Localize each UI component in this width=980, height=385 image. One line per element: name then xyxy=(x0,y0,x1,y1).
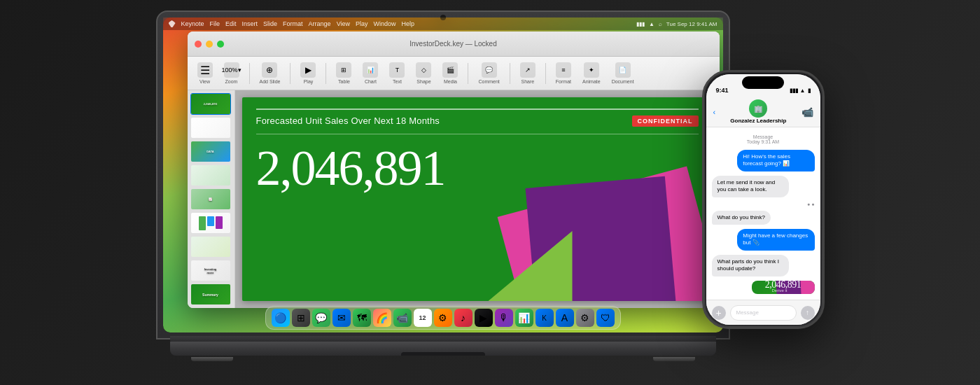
video-call-button[interactable]: 📹 xyxy=(802,106,813,118)
toolbar-share[interactable]: ↗ Share xyxy=(516,59,540,87)
toolbar-view[interactable]: ☰ View xyxy=(193,59,217,87)
dock-facetime[interactable]: 📹 xyxy=(393,309,412,327)
shape-icon: ◇ xyxy=(416,62,431,78)
msg-outgoing-1: Hi! How's the sales forecast going? 📊 xyxy=(737,150,814,172)
slide-panel: 2,046,891 DATA xyxy=(188,90,235,308)
menu-format[interactable]: Format xyxy=(283,20,303,27)
menu-slide[interactable]: Slide xyxy=(263,20,277,27)
toolbar-format[interactable]: ≡ Format xyxy=(552,59,575,87)
slide-thumb-5-inner: 📈 xyxy=(191,189,230,209)
dock-launchpad[interactable]: ⊞ xyxy=(292,309,310,327)
macbook-foot-right xyxy=(653,357,695,361)
dock-messages[interactable]: 💬 xyxy=(312,309,330,327)
macbook-hinge xyxy=(170,336,716,342)
menu-edit[interactable]: Edit xyxy=(225,20,237,27)
dock-maps[interactable]: 🗺 xyxy=(353,309,371,327)
send-button[interactable]: ↑ xyxy=(801,306,815,320)
keynote-body: 2,046,891 DATA xyxy=(188,90,720,308)
menubar-search-icon[interactable]: ⌕ xyxy=(659,21,662,27)
msg-incoming-1: Let me send it now and you can take a lo… xyxy=(712,176,789,197)
slide-thumb-8[interactable]: Investingmore xyxy=(190,260,231,281)
window-title: InvestorDeck.key — Locked xyxy=(410,40,497,48)
window-close-button[interactable] xyxy=(195,41,202,48)
dock-photos[interactable]: 🌈 xyxy=(373,309,391,327)
menu-insert[interactable]: Insert xyxy=(242,20,258,27)
back-button[interactable]: ‹ xyxy=(713,108,716,116)
toolbar-play[interactable]: ▶ Play xyxy=(296,59,320,87)
menu-view[interactable]: View xyxy=(337,20,350,27)
menu-arrange[interactable]: Arrange xyxy=(309,20,331,27)
message-input[interactable]: Message xyxy=(730,305,797,321)
msg-image-card[interactable]: 2,046,891 Derive it xyxy=(752,281,815,294)
toolbar-shape[interactable]: ◇ Shape xyxy=(412,59,435,87)
toolbar-media[interactable]: 🎬 Media xyxy=(438,59,462,87)
add-attachment-button[interactable]: + xyxy=(712,306,726,320)
dock-music[interactable]: ♪ xyxy=(454,309,472,327)
msg-status-1: ● ● xyxy=(807,202,814,206)
ios-time: 9:41 xyxy=(716,87,729,94)
macos-desktop: Keynote File Edit Insert Slide Format Ar… xyxy=(163,18,723,332)
slide-thumb-9-inner: Summary xyxy=(191,284,230,304)
view-icon: ☰ xyxy=(197,62,213,78)
menu-window[interactable]: Window xyxy=(374,20,396,27)
add-slide-icon: ⊕ xyxy=(262,62,277,78)
dock-tv[interactable]: ▶ xyxy=(475,309,493,327)
dock-mail[interactable]: ✉ xyxy=(332,309,351,327)
slide-thumb-4-inner xyxy=(191,165,230,186)
dock-calendar[interactable]: 12 xyxy=(414,309,432,327)
slide-top-divider xyxy=(256,108,699,110)
toolbar-zoom[interactable]: 100%▾ Zoom xyxy=(220,59,244,87)
comment-icon: 💬 xyxy=(482,62,497,78)
dock-podcasts[interactable]: 🎙 xyxy=(495,309,513,327)
window-zoom-button[interactable] xyxy=(217,41,224,48)
window-minimize-button[interactable] xyxy=(206,41,213,48)
menubar-right: ▮▮▮ ▲ ⌕ Tue Sep 12 9:41 AM xyxy=(636,21,718,27)
slide-thumb-9[interactable]: Summary xyxy=(190,284,231,305)
toolbar-comment[interactable]: 💬 Comment xyxy=(474,59,503,87)
message-placeholder: Message xyxy=(736,309,759,316)
document-icon: 📄 xyxy=(615,62,631,78)
slide-thumb-3[interactable]: DATA xyxy=(190,141,231,162)
dock-notchthings[interactable]: ⚙ xyxy=(434,309,452,327)
menu-play[interactable]: Play xyxy=(356,20,368,27)
messages-input-bar: + Message ↑ xyxy=(706,300,820,325)
play-icon: ▶ xyxy=(300,62,316,78)
toolbar-chart[interactable]: 📊 Chart xyxy=(358,59,382,87)
slide-thumb-4[interactable] xyxy=(190,164,231,186)
slide-thumb-7[interactable] xyxy=(190,236,231,258)
app-name-menu[interactable]: Keynote xyxy=(181,20,204,27)
macbook-screen: Keynote File Edit Insert Slide Format Ar… xyxy=(163,18,723,332)
slide-thumb-1[interactable]: 2,046,891 xyxy=(190,93,231,115)
toolbar-table[interactable]: ⊞ Table xyxy=(332,59,356,87)
menu-help[interactable]: Help xyxy=(402,20,415,27)
macbook-foot-left xyxy=(191,357,233,361)
dock-finder[interactable]: 🔵 xyxy=(272,309,290,327)
dock-security[interactable]: 🛡 xyxy=(596,309,615,327)
slide-thumb-3-inner: DATA xyxy=(191,141,230,162)
slide-thumb-5[interactable]: 📈 xyxy=(190,188,231,210)
dock-settings[interactable]: ⚙ xyxy=(576,309,594,327)
msg-incoming-2: What do you think? xyxy=(712,211,771,225)
slide-big-number: 2,046,891 xyxy=(256,143,699,193)
slide-thumb-2-inner xyxy=(191,118,230,138)
message-timestamp: MessageToday 9:31 AM xyxy=(712,134,815,144)
messages-list[interactable]: MessageToday 9:31 AM Hi! How's the sales… xyxy=(706,127,820,300)
msg-incoming-3: What parts do you think I should update? xyxy=(712,255,789,276)
toolbar-animate[interactable]: ✦ Animate xyxy=(578,59,605,87)
animate-icon: ✦ xyxy=(584,62,599,78)
slide-thumb-6[interactable] xyxy=(190,212,231,234)
slide-content: Forecasted Unit Sales Over Next 18 Month… xyxy=(242,97,713,301)
menu-file[interactable]: File xyxy=(210,20,220,27)
toolbar-document[interactable]: 📄 Document xyxy=(608,59,638,87)
toolbar-text[interactable]: T Text xyxy=(385,59,409,87)
confidential-badge: CONFIDENTIAL xyxy=(632,115,699,127)
dock-numbers[interactable]: 📊 xyxy=(515,309,533,327)
macbook-lid: Keynote File Edit Insert Slide Format Ar… xyxy=(156,10,730,340)
dock-appstore[interactable]: A xyxy=(556,309,574,327)
contact-info: 🏢 Gonzalez Leadership xyxy=(721,99,795,124)
menubar-battery-icon: ▮▮▮ xyxy=(636,21,645,27)
toolbar-add-slide[interactable]: ⊕ Add Slide xyxy=(255,59,285,87)
slide-bottom-divider xyxy=(256,134,699,134)
slide-thumb-2[interactable] xyxy=(190,117,231,139)
dock-keynote[interactable]: K xyxy=(536,309,554,327)
